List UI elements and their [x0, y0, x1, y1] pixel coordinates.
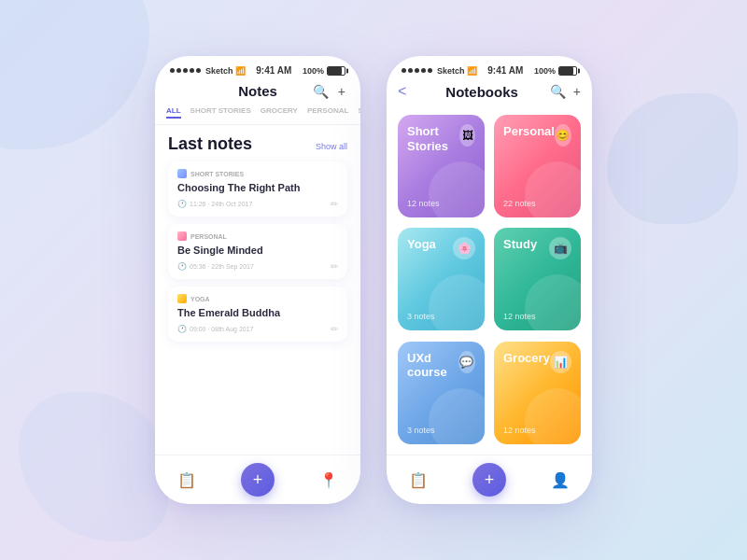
- nb-card-top-6: Grocery 📊: [503, 351, 571, 373]
- note-card-2[interactable]: PERSONAL Be Single Minded 🕐 05:36 · 22th…: [168, 224, 347, 279]
- notebooks-bottom-nav: 📋 + 👤: [387, 455, 592, 504]
- note-time-2: 🕐 05:36 · 22th Sep 2017: [177, 262, 254, 271]
- note-time-1: 🕐 11:26 · 24th Oct 2017: [177, 200, 252, 208]
- signal-dot-3: [183, 68, 188, 73]
- status-bar-notes: Sketch 📶 9:41 AM 100%: [155, 56, 360, 79]
- nb-status-time: 9:41 AM: [487, 65, 523, 76]
- nb-signal-dot-1: [402, 68, 406, 73]
- nb-bg-shape-1: [429, 161, 485, 217]
- nb-card-top-2: Personal 😊: [503, 124, 571, 147]
- nb-search-icon[interactable]: 🔍: [550, 84, 566, 99]
- nb-add-icon[interactable]: +: [573, 84, 581, 99]
- note-time-3: 🕐 09:00 · 08th Aug 2017: [177, 325, 254, 333]
- nb-name-grocery: Grocery: [503, 351, 550, 366]
- nb-card-top-4: Study 📺: [503, 237, 571, 259]
- nb-card-uxd[interactable]: UXd course 💬 3 notes: [398, 342, 485, 444]
- edit-icon-2[interactable]: ✏: [331, 261, 338, 272]
- clock-icon-1: 🕐: [177, 200, 187, 208]
- status-time-notes: 9:41 AM: [256, 65, 291, 76]
- section-header: Last notes Show all: [168, 134, 347, 154]
- notes-header: Notes 🔍 +: [155, 79, 360, 105]
- nb-carrier-label: Sketch: [437, 66, 465, 76]
- carrier-label: Sketch: [205, 66, 233, 76]
- status-right: 100%: [303, 66, 345, 76]
- nb-bg-shape-3: [429, 274, 485, 330]
- notes-title: Notes: [238, 83, 277, 99]
- nb-notes-tab-icon[interactable]: 📋: [409, 471, 428, 489]
- nb-battery-label: 100%: [534, 66, 556, 76]
- cat-icon-yellow: [177, 294, 187, 303]
- nb-bg-shape-6: [525, 388, 581, 444]
- note-category-1: SHORT STORIES: [177, 169, 338, 178]
- wifi-icon: 📶: [235, 66, 246, 76]
- nb-name-short-stories: Short Stories: [407, 124, 459, 153]
- nb-header-icons: 🔍 +: [550, 84, 581, 99]
- nb-name-personal: Personal: [503, 124, 555, 139]
- notes-body: Last notes Show all SHORT STORIES Choosi…: [155, 125, 360, 455]
- location-tab-icon[interactable]: 📍: [319, 471, 338, 489]
- tab-short-stories[interactable]: SHORT STORIES: [190, 105, 251, 119]
- note-category-2: PERSONAL: [177, 231, 338, 241]
- notebooks-grid: Short Stories 🖼 12 notes Personal 😊 22 n…: [387, 105, 592, 455]
- nb-card-grocery[interactable]: Grocery 📊 12 notes: [494, 342, 581, 444]
- tab-all[interactable]: ALL: [166, 105, 181, 119]
- note-category-3: YOGA: [177, 294, 338, 303]
- notes-bottom-nav: 📋 + 📍: [155, 455, 360, 504]
- nb-card-yoga[interactable]: Yoga 🌸 3 notes: [398, 228, 485, 330]
- phone-notebooks: Sketch 📶 9:41 AM 100% < Notebooks 🔍 +: [387, 56, 592, 504]
- nb-name-yoga: Yoga: [407, 237, 436, 252]
- add-note-icon[interactable]: +: [338, 84, 345, 99]
- nb-card-personal[interactable]: Personal 😊 22 notes: [494, 115, 581, 217]
- nb-card-study[interactable]: Study 📺 12 notes: [494, 228, 581, 330]
- nb-emoji-yoga: 🌸: [453, 237, 475, 259]
- edit-icon-3[interactable]: ✏: [331, 324, 338, 334]
- nb-emoji-study: 📺: [549, 237, 571, 259]
- search-icon[interactable]: 🔍: [313, 84, 329, 99]
- nb-bg-shape-5: [429, 388, 485, 444]
- status-bar-notebooks: Sketch 📶 9:41 AM 100%: [387, 56, 592, 79]
- battery-label: 100%: [303, 66, 324, 76]
- note-card-1[interactable]: SHORT STORIES Choosing The Right Path 🕐 …: [168, 161, 347, 217]
- nb-bg-shape-2: [525, 161, 581, 217]
- notebooks-fab[interactable]: +: [472, 463, 506, 497]
- tab-personal[interactable]: PERSONAL: [307, 105, 348, 119]
- nb-emoji-uxd: 💬: [458, 351, 475, 373]
- nb-signal-dot-3: [415, 68, 419, 73]
- note-footer-3: 🕐 09:00 · 08th Aug 2017 ✏: [177, 324, 338, 334]
- battery-fill: [328, 67, 342, 75]
- nb-bg-shape-4: [525, 274, 581, 330]
- back-button[interactable]: <: [398, 83, 406, 100]
- edit-icon-1[interactable]: ✏: [331, 199, 338, 209]
- phone-notes: Sketch 📶 9:41 AM 100% Notes 🔍 + ALL SHOR…: [155, 56, 360, 504]
- notes-fab[interactable]: +: [241, 463, 275, 497]
- nb-card-top-1: Short Stories 🖼: [407, 124, 475, 153]
- note-title-2: Be Single Minded: [177, 245, 338, 256]
- notebooks-header: < Notebooks 🔍 +: [387, 79, 592, 105]
- nb-user-tab-icon[interactable]: 👤: [551, 471, 570, 489]
- show-all-link[interactable]: Show all: [316, 142, 347, 151]
- notes-header-icons: 🔍 +: [313, 84, 345, 99]
- nb-signal-dot-2: [408, 68, 413, 73]
- notes-tab-icon[interactable]: 📋: [177, 471, 196, 489]
- status-left-nb: Sketch 📶: [402, 66, 477, 76]
- last-notes-title: Last notes: [168, 134, 252, 154]
- nb-wifi-icon: 📶: [467, 66, 477, 76]
- tab-st[interactable]: ST: [358, 105, 360, 119]
- note-card-3[interactable]: YOGA The Emerald Buddha 🕐 09:00 · 08th A…: [168, 287, 347, 342]
- nb-battery-fill: [559, 67, 573, 75]
- note-title-1: Choosing The Right Path: [177, 182, 338, 193]
- nb-signal-dot-4: [421, 68, 426, 73]
- clock-icon-2: 🕐: [177, 262, 187, 271]
- notebooks-title: Notebooks: [414, 84, 549, 100]
- note-footer-2: 🕐 05:36 · 22th Sep 2017 ✏: [177, 261, 338, 272]
- tab-grocery[interactable]: GROCERY: [261, 105, 298, 119]
- nb-card-short-stories[interactable]: Short Stories 🖼 12 notes: [398, 115, 485, 217]
- note-footer-1: 🕐 11:26 · 24th Oct 2017 ✏: [177, 199, 338, 209]
- nb-name-study: Study: [503, 237, 537, 252]
- phones-container: Sketch 📶 9:41 AM 100% Notes 🔍 + ALL SHOR…: [155, 56, 592, 504]
- signal-dot-4: [190, 68, 194, 73]
- clock-icon-3: 🕐: [177, 325, 187, 333]
- nb-emoji-grocery: 📊: [550, 351, 571, 373]
- note-title-3: The Emerald Buddha: [177, 307, 338, 318]
- signal-dot-2: [176, 68, 181, 73]
